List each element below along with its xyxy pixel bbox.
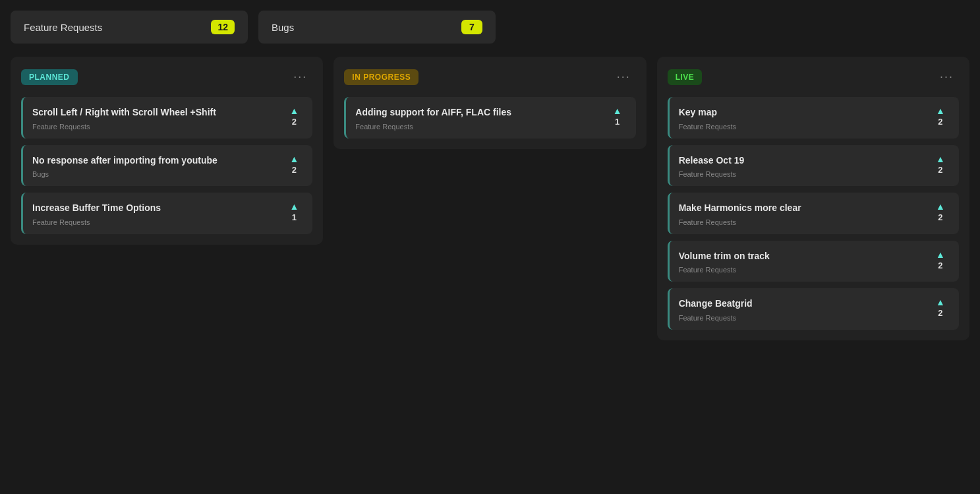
cards-container-planned: Scroll Left / Right with Scroll Wheel +S… <box>21 97 312 234</box>
column-tag-live: LIVE <box>668 69 703 85</box>
card-vote[interactable]: ▲1 <box>285 202 303 222</box>
card-card-youtube[interactable]: No response after importing from youtube… <box>21 145 312 187</box>
vote-count: 2 <box>292 117 297 127</box>
upvote-icon[interactable]: ▲ <box>936 297 945 307</box>
column-header-in-progress: IN PROGRESS··· <box>344 67 635 86</box>
column-tag-in-progress: IN PROGRESS <box>344 69 418 85</box>
card-title: Volume trim on track <box>679 250 925 263</box>
card-card-release[interactable]: Release Oct 19Feature Requests▲2 <box>668 145 959 187</box>
card-card-aiff[interactable]: Adding support for AIFF, FLAC filesFeatu… <box>344 97 635 139</box>
card-vote[interactable]: ▲2 <box>285 106 303 127</box>
card-card-scroll[interactable]: Scroll Left / Right with Scroll Wheel +S… <box>21 97 312 139</box>
card-content: Release Oct 19Feature Requests <box>679 154 925 179</box>
column-tag-planned: PLANNED <box>21 69 78 85</box>
upvote-icon[interactable]: ▲ <box>936 106 945 115</box>
card-category: Feature Requests <box>679 314 925 322</box>
vote-count: 2 <box>938 212 942 222</box>
vote-count: 2 <box>938 308 942 318</box>
card-vote[interactable]: ▲2 <box>931 106 950 127</box>
vote-count: 2 <box>938 261 942 270</box>
cards-container-live: Key mapFeature Requests▲2Release Oct 19F… <box>668 97 959 330</box>
card-content: No response after importing from youtube… <box>32 154 278 179</box>
filter-badge-feature-requests: 12 <box>211 20 235 34</box>
card-category: Feature Requests <box>355 123 601 131</box>
card-title: Make Harmonics more clear <box>679 202 925 215</box>
card-content: Volume trim on trackFeature Requests <box>679 250 925 274</box>
vote-count: 2 <box>938 165 942 175</box>
card-content: Increase Buffer Time OptionsFeature Requ… <box>32 202 278 226</box>
column-live: LIVE···Key mapFeature Requests▲2Release … <box>657 57 969 340</box>
card-title: Key map <box>679 106 925 119</box>
card-title: Increase Buffer Time Options <box>32 202 278 215</box>
cards-container-in-progress: Adding support for AIFF, FLAC filesFeatu… <box>344 97 635 139</box>
upvote-icon[interactable]: ▲ <box>936 250 945 259</box>
card-card-buffer[interactable]: Increase Buffer Time OptionsFeature Requ… <box>21 193 312 234</box>
filter-item-bugs[interactable]: Bugs 7 <box>258 11 496 44</box>
card-content: Adding support for AIFF, FLAC filesFeatu… <box>355 106 601 131</box>
card-card-volume[interactable]: Volume trim on trackFeature Requests▲2 <box>668 241 959 282</box>
column-menu-planned[interactable]: ··· <box>288 67 312 86</box>
card-category: Feature Requests <box>679 170 925 178</box>
card-title: Change Beatgrid <box>679 297 925 311</box>
card-content: Make Harmonics more clearFeature Request… <box>679 202 925 226</box>
filter-label-bugs: Bugs <box>272 22 294 33</box>
card-vote[interactable]: ▲2 <box>931 154 950 175</box>
card-content: Key mapFeature Requests <box>679 106 925 131</box>
vote-count: 1 <box>615 117 620 127</box>
column-in-progress: IN PROGRESS···Adding support for AIFF, F… <box>333 57 646 149</box>
card-category: Feature Requests <box>32 218 278 226</box>
card-card-beatgrid[interactable]: Change BeatgridFeature Requests▲2 <box>668 288 959 330</box>
vote-count: 2 <box>292 165 297 175</box>
card-title: Release Oct 19 <box>679 154 925 168</box>
card-content: Change BeatgridFeature Requests <box>679 297 925 322</box>
card-vote[interactable]: ▲2 <box>931 297 950 318</box>
card-vote[interactable]: ▲1 <box>608 106 627 127</box>
card-card-keymap[interactable]: Key mapFeature Requests▲2 <box>668 97 959 139</box>
filter-item-feature-requests[interactable]: Feature Requests 12 <box>11 11 248 44</box>
card-category: Feature Requests <box>32 123 278 131</box>
vote-count: 1 <box>292 212 297 222</box>
column-header-planned: PLANNED··· <box>21 67 312 86</box>
card-card-harmonics[interactable]: Make Harmonics more clearFeature Request… <box>668 193 959 234</box>
column-menu-live[interactable]: ··· <box>935 67 959 86</box>
card-vote[interactable]: ▲2 <box>931 202 950 222</box>
upvote-icon[interactable]: ▲ <box>936 154 945 164</box>
card-category: Feature Requests <box>679 218 925 226</box>
column-planned: PLANNED···Scroll Left / Right with Scrol… <box>11 57 323 245</box>
card-title: Adding support for AIFF, FLAC files <box>355 106 601 119</box>
filter-label-feature-requests: Feature Requests <box>24 22 102 33</box>
vote-count: 2 <box>938 117 942 127</box>
upvote-icon[interactable]: ▲ <box>289 106 299 115</box>
column-menu-in-progress[interactable]: ··· <box>612 67 636 86</box>
filter-bar: Feature Requests 12 Bugs 7 <box>11 11 969 44</box>
card-category: Bugs <box>32 170 278 178</box>
column-header-live: LIVE··· <box>668 67 959 86</box>
card-vote[interactable]: ▲2 <box>285 154 303 175</box>
upvote-icon[interactable]: ▲ <box>289 154 299 164</box>
upvote-icon[interactable]: ▲ <box>613 106 622 115</box>
upvote-icon[interactable]: ▲ <box>936 202 945 211</box>
upvote-icon[interactable]: ▲ <box>289 202 299 211</box>
card-vote[interactable]: ▲2 <box>931 250 950 270</box>
kanban-board: PLANNED···Scroll Left / Right with Scrol… <box>11 57 969 340</box>
card-title: Scroll Left / Right with Scroll Wheel +S… <box>32 106 278 119</box>
filter-badge-bugs: 7 <box>461 20 482 34</box>
card-category: Feature Requests <box>679 266 925 274</box>
card-category: Feature Requests <box>679 123 925 131</box>
card-title: No response after importing from youtube <box>32 154 278 168</box>
card-content: Scroll Left / Right with Scroll Wheel +S… <box>32 106 278 131</box>
